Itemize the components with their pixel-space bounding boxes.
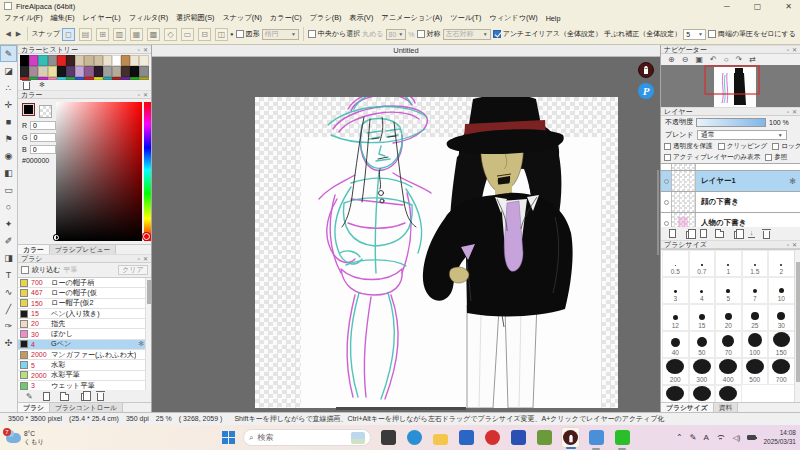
brush-filter-checkbox[interactable] xyxy=(21,266,29,274)
color-swatch[interactable] xyxy=(29,66,38,77)
snap-mode-icon-7[interactable]: ▭ xyxy=(181,28,194,41)
rotate-cw-icon[interactable]: ↷ xyxy=(736,55,743,64)
redo-button[interactable]: ▶ xyxy=(14,29,22,39)
color-swatch[interactable] xyxy=(130,55,139,66)
lock-checkbox[interactable] xyxy=(772,143,779,150)
color-swatch[interactable] xyxy=(29,55,38,66)
color-swatch[interactable] xyxy=(84,66,93,77)
panel-scrollbar[interactable] xyxy=(657,170,659,255)
fill-rect-tool[interactable]: ■ xyxy=(0,113,17,130)
brush-size-cell[interactable]: 3 xyxy=(662,277,689,304)
wifi-icon[interactable] xyxy=(716,434,726,442)
brush-size-cell[interactable]: 20 xyxy=(715,304,742,331)
g-input[interactable] xyxy=(30,133,56,142)
fit-view-icon[interactable]: ▣ xyxy=(695,55,703,64)
p-button[interactable]: P xyxy=(638,83,654,99)
menu-item[interactable]: ブラシ(B) xyxy=(306,13,346,23)
menu-item[interactable]: アニメーション(A) xyxy=(377,13,446,23)
brush-item[interactable]: 2000マンガファー(ふわふわ大) xyxy=(18,350,151,360)
layer-visibility[interactable] xyxy=(661,192,672,212)
brush-size-cell[interactable]: 1.5 xyxy=(742,250,769,277)
color-swatch[interactable] xyxy=(48,55,57,66)
eyedropper-tool[interactable]: ✑ xyxy=(0,317,17,334)
brush-size-cell[interactable]: 12 xyxy=(662,304,689,331)
close-panel-icon[interactable]: ✕ xyxy=(143,46,148,53)
rotate-ccw-icon[interactable]: ↶ xyxy=(710,55,717,64)
weather-widget[interactable]: 7 8°Cくもり xyxy=(6,430,44,446)
brush-item[interactable]: 150ロー帽子(仮2 xyxy=(18,299,151,309)
navigator-thumbnail[interactable] xyxy=(661,65,800,107)
brush-size-cell[interactable]: 25 xyxy=(742,304,769,331)
snap-mode-icon-4[interactable]: ▦ xyxy=(130,28,143,41)
battery-icon[interactable] xyxy=(747,435,756,440)
lasso-tool[interactable]: ○ xyxy=(0,198,17,215)
brush-item[interactable]: 2000水彩平筆 xyxy=(18,371,151,381)
sv-marker[interactable] xyxy=(54,235,59,240)
shape-select[interactable]: 楕円▼ xyxy=(262,29,299,40)
zoom-out-icon[interactable]: ⊖ xyxy=(682,55,689,64)
taskbar-app-minecraft[interactable] xyxy=(535,427,554,448)
canvas-h-scrollbar[interactable] xyxy=(336,407,466,410)
brush-size-cell[interactable]: 100 xyxy=(742,331,769,358)
color-swatch[interactable] xyxy=(75,55,84,66)
snap-mode-icon-2[interactable]: ⊞ xyxy=(96,28,109,41)
polyline-tool[interactable]: ∿ xyxy=(0,283,17,300)
close-button[interactable]: ✕ xyxy=(785,2,792,11)
tray-expand-icon[interactable]: ⌃ xyxy=(676,433,683,442)
gear-icon[interactable]: ✻ xyxy=(39,81,45,89)
brush-size-cell[interactable]: 0.7 xyxy=(689,250,716,277)
symmetry-select[interactable]: 左右対称▼ xyxy=(443,29,491,40)
zoom-in-icon[interactable]: ⊕ xyxy=(668,55,675,64)
antialias-checkbox[interactable] xyxy=(493,30,501,38)
pen-tray-icon[interactable]: ✎ xyxy=(690,433,697,442)
color-swatch[interactable] xyxy=(75,66,84,77)
opacity-slider[interactable] xyxy=(696,118,766,127)
folder-icon[interactable] xyxy=(715,231,724,238)
color-swatch[interactable] xyxy=(139,66,148,77)
snap-mode-icon-0[interactable]: ◻ xyxy=(62,28,75,41)
color-swatch[interactable] xyxy=(94,66,103,77)
brush-size-cell[interactable]: 15 xyxy=(689,304,716,331)
stabilizer-select[interactable]: 5▼ xyxy=(683,29,706,40)
taskbar-search[interactable]: ⌕ 検索 xyxy=(243,429,371,446)
delete-brush-icon[interactable] xyxy=(97,393,104,401)
float-panel-icon[interactable]: ▫ xyxy=(787,242,789,248)
volume-icon[interactable]: ◁) xyxy=(733,434,741,442)
saturation-value-picker[interactable] xyxy=(56,102,142,241)
brush-size-cell[interactable]: 700 xyxy=(768,358,795,385)
color-swatch[interactable] xyxy=(103,66,112,77)
tab-brush[interactable]: ブラシ xyxy=(18,403,50,412)
color-swatch[interactable] xyxy=(57,55,66,66)
color-swatch[interactable] xyxy=(130,66,139,77)
menu-item[interactable]: スナップ(N) xyxy=(218,13,265,23)
color-swatch[interactable] xyxy=(38,55,47,66)
brush-item[interactable]: 700ローの帽子柄 xyxy=(18,278,151,288)
brush-filter-clear-button[interactable]: クリア xyxy=(118,265,148,275)
clock[interactable]: 14:08 2025/03/31 xyxy=(763,429,796,445)
canvas-viewport[interactable]: P xyxy=(152,57,660,412)
brush-item[interactable]: 5水彩 xyxy=(18,360,151,370)
active-only-checkbox[interactable] xyxy=(664,154,671,161)
center-select-checkbox[interactable] xyxy=(308,30,316,38)
layer-row[interactable]: 顔の下書き xyxy=(661,192,800,213)
tab-material[interactable]: 資料 xyxy=(714,403,739,412)
layer-row-partial[interactable] xyxy=(661,164,800,171)
snap-dot-icon[interactable]: ● xyxy=(230,31,234,37)
color-swatch[interactable] xyxy=(66,66,75,77)
snap-mode-icon-3[interactable]: ▥ xyxy=(113,28,126,41)
brush-folder-icon[interactable] xyxy=(60,394,69,401)
taskbar-app-red-app[interactable] xyxy=(483,427,502,448)
snap-mode-icon-6[interactable]: ◇ xyxy=(164,28,177,41)
reference-checkbox[interactable] xyxy=(765,154,772,161)
brush-size-cell[interactable]: 4 xyxy=(689,277,716,304)
foreground-color-swatch[interactable] xyxy=(22,103,35,116)
r-input[interactable] xyxy=(30,121,56,130)
round-select[interactable]: 80▼ xyxy=(386,29,407,40)
brush-size-cell[interactable]: 0.5 xyxy=(662,250,689,277)
brush-size-cell[interactable]: 50 xyxy=(689,331,716,358)
eraser-tool[interactable]: ◪ xyxy=(0,62,17,79)
clipping-checkbox[interactable] xyxy=(718,143,725,150)
color-swatch[interactable] xyxy=(57,66,66,77)
tab-brush-size[interactable]: ブラシサイズ xyxy=(661,403,714,412)
menu-item[interactable]: ツール(T) xyxy=(446,13,485,23)
